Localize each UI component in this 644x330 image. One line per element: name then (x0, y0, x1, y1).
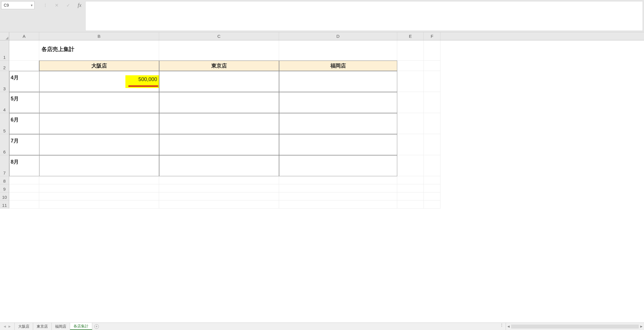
row-header[interactable]: 4 (0, 92, 9, 113)
cell[interactable] (279, 200, 397, 209)
scrollbar-thumb[interactable] (511, 325, 639, 328)
cell[interactable] (424, 134, 440, 155)
table-cell[interactable] (279, 155, 397, 176)
table-row-label[interactable]: 6月 (9, 113, 39, 134)
cell[interactable] (397, 184, 424, 192)
sheet-tab[interactable]: 福岡店 (52, 323, 70, 330)
cell[interactable] (424, 113, 440, 134)
cell[interactable] (424, 192, 440, 200)
col-header-E[interactable]: E (397, 32, 424, 40)
cell[interactable] (424, 71, 440, 92)
table-col-header[interactable]: 東京店 (159, 61, 279, 71)
cell[interactable] (279, 184, 397, 192)
cell[interactable] (397, 61, 424, 71)
chevron-down-icon[interactable]: ▼ (30, 4, 33, 7)
cell[interactable] (424, 92, 440, 113)
add-sheet-button[interactable]: + (92, 323, 101, 330)
sheet-tab[interactable]: 大阪店 (15, 323, 33, 330)
cell[interactable] (9, 61, 39, 71)
table-cell[interactable] (39, 134, 159, 155)
table-cell[interactable] (279, 92, 397, 113)
fx-icon[interactable]: fx (77, 1, 82, 9)
row-header[interactable]: 6 (0, 134, 9, 155)
cell[interactable] (39, 192, 159, 200)
cell-title[interactable]: 各店売上集計 (39, 40, 159, 61)
row-header[interactable]: 3 (0, 71, 9, 92)
cell[interactable] (9, 40, 39, 61)
table-cell[interactable] (39, 92, 159, 113)
more-icon[interactable]: ⋮ (498, 323, 506, 330)
table-cell[interactable] (159, 113, 279, 134)
cell[interactable] (159, 40, 279, 61)
scroll-left-icon[interactable]: ◄ (506, 324, 511, 329)
cell[interactable] (9, 184, 39, 192)
col-header-A[interactable]: A (9, 32, 39, 40)
cell[interactable] (397, 71, 424, 92)
table-col-header[interactable]: 大阪店 (39, 61, 159, 71)
cell[interactable] (397, 192, 424, 200)
table-row-label[interactable]: 7月 (9, 134, 39, 155)
cell[interactable] (159, 192, 279, 200)
cell[interactable] (9, 192, 39, 200)
cell[interactable] (159, 184, 279, 192)
cell[interactable] (9, 176, 39, 184)
table-cell[interactable] (279, 71, 397, 92)
cell[interactable] (159, 200, 279, 209)
cancel-icon[interactable]: ✕ (54, 1, 59, 9)
scroll-right-icon[interactable]: ► (639, 324, 644, 329)
scrollbar-track[interactable] (511, 325, 639, 329)
cell[interactable] (397, 155, 424, 176)
table-cell[interactable] (159, 134, 279, 155)
cell[interactable] (159, 176, 279, 184)
col-header-D[interactable]: D (279, 32, 397, 40)
cell[interactable] (39, 176, 159, 184)
cell[interactable] (279, 40, 397, 61)
cell[interactable] (397, 134, 424, 155)
name-box[interactable]: C9 ▼ (1, 1, 35, 9)
cell[interactable] (424, 155, 440, 176)
row-header[interactable]: 2 (0, 61, 9, 71)
cell[interactable] (397, 200, 424, 209)
cell[interactable] (424, 200, 440, 209)
table-cell[interactable] (279, 113, 397, 134)
table-cell[interactable] (39, 113, 159, 134)
cell[interactable] (279, 192, 397, 200)
row-header[interactable]: 8 (0, 176, 9, 184)
tab-nav-next-icon[interactable]: ► (8, 324, 12, 329)
sheet-tab-active[interactable]: 各店集計 (70, 323, 92, 330)
cell[interactable] (9, 200, 39, 209)
tab-nav-prev-icon[interactable]: ◄ (3, 324, 7, 329)
col-header-B[interactable]: B (39, 32, 159, 40)
table-cell[interactable] (159, 71, 279, 92)
table-col-header[interactable]: 福岡店 (279, 61, 397, 71)
cell[interactable] (424, 176, 440, 184)
cell[interactable] (397, 176, 424, 184)
horizontal-scrollbar[interactable]: ◄ ► (506, 323, 644, 330)
table-row-label[interactable]: 4月 (9, 71, 39, 92)
select-all-corner[interactable] (0, 32, 9, 40)
table-row-label[interactable]: 8月 (9, 155, 39, 176)
sheet-tab[interactable]: 東京店 (33, 323, 52, 330)
col-header-C[interactable]: C (159, 32, 279, 40)
cell[interactable] (397, 40, 424, 61)
row-header[interactable]: 10 (0, 192, 9, 200)
table-cell[interactable] (159, 155, 279, 176)
table-cell[interactable] (279, 134, 397, 155)
cell[interactable] (39, 200, 159, 209)
cell[interactable] (397, 113, 424, 134)
row-header[interactable]: 7 (0, 155, 9, 176)
cell[interactable] (424, 61, 440, 71)
col-header-F[interactable]: F (424, 32, 440, 40)
row-header[interactable]: 1 (0, 40, 9, 61)
table-row-label[interactable]: 5月 (9, 92, 39, 113)
row-header[interactable]: 9 (0, 184, 9, 192)
table-cell[interactable] (39, 155, 159, 176)
spreadsheet-grid[interactable]: A B C D E F 1 各店売上集計 2 (0, 32, 644, 322)
table-cell[interactable] (159, 92, 279, 113)
enter-icon[interactable]: ✓ (65, 1, 71, 9)
table-cell[interactable]: 500,000 (39, 71, 159, 92)
cell[interactable] (279, 176, 397, 184)
cell[interactable] (424, 40, 440, 61)
formula-input[interactable] (85, 1, 643, 31)
row-header[interactable]: 5 (0, 113, 9, 134)
